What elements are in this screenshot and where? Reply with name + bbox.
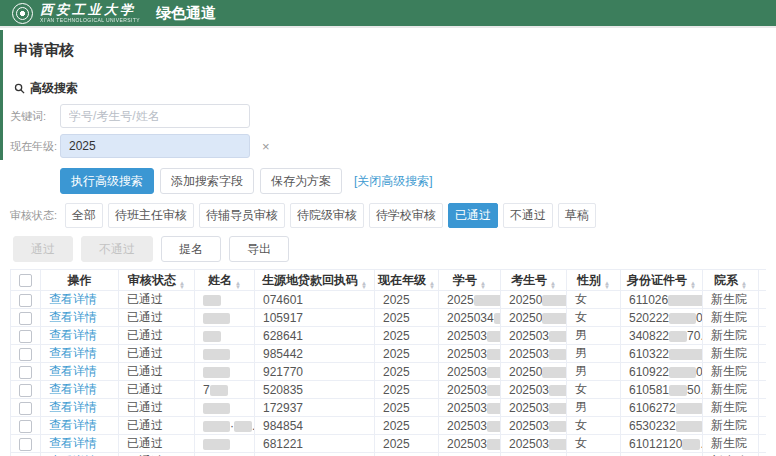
redacted-text: [549, 403, 566, 414]
row-checkbox[interactable]: [19, 294, 32, 307]
table-row: 查看详情已通过7520835202520250322025032女6105815…: [11, 381, 767, 399]
cell-id_card: 6530232...: [621, 417, 703, 435]
view-details-link[interactable]: 查看详情: [49, 400, 97, 414]
column-header-10[interactable]: 专业▲▼: [759, 270, 767, 291]
row-checkbox[interactable]: [19, 420, 32, 433]
sort-icon[interactable]: ▲▼: [690, 281, 696, 289]
sort-icon[interactable]: ▲▼: [741, 281, 747, 289]
cell-student_id: 20250353: [439, 327, 501, 345]
cell-gender: 女: [567, 381, 621, 399]
table-row: 查看详情已通过681221202520250332025038女61012120…: [11, 435, 767, 453]
redacted-text: [487, 331, 500, 342]
select-all-checkbox[interactable]: [19, 274, 32, 287]
status-filter-option-7[interactable]: 草稿: [558, 203, 596, 228]
view-details-link[interactable]: 查看详情: [49, 328, 97, 342]
status-filter-option-2[interactable]: 待辅导员审核: [199, 203, 285, 228]
cell-action: 查看详情: [41, 399, 119, 417]
row-checkbox[interactable]: [19, 366, 32, 379]
redacted-text: [203, 367, 230, 378]
column-header-6[interactable]: 考生号▲▼: [501, 270, 567, 291]
redacted-text: [669, 331, 687, 342]
row-checkbox-cell: [11, 345, 41, 363]
row-checkbox[interactable]: [19, 384, 32, 397]
cell-name: [195, 435, 255, 453]
page-title: 申请审核: [0, 28, 776, 66]
cell-college: 新生院: [703, 309, 759, 327]
results-table-scroll[interactable]: 操作审核状态▲▼姓名▲▼生源地贷款回执码▲▼现在年级▲▼学号▲▼考生号▲▼性别▲…: [10, 269, 766, 456]
cell-gender: 男: [567, 345, 621, 363]
cell-status: 已通过: [119, 417, 195, 435]
grade-input[interactable]: [60, 134, 250, 158]
sort-icon[interactable]: ▲▼: [480, 281, 486, 289]
row-checkbox[interactable]: [19, 348, 32, 361]
sort-icon[interactable]: ▲▼: [235, 281, 241, 289]
table-row: 查看详情已通过921770202520250325202505男6109220.…: [11, 363, 767, 381]
cell-student_id: 202503620: [439, 453, 501, 456]
reject-button[interactable]: 不通过: [81, 236, 153, 262]
cell-grade: 2025: [375, 435, 439, 453]
redacted-text: [549, 421, 566, 432]
cell-receipt: 681221: [255, 435, 375, 453]
sort-icon[interactable]: ▲▼: [604, 281, 610, 289]
row-checkbox[interactable]: [19, 438, 32, 451]
redacted-text: [549, 385, 566, 396]
redacted-text: [203, 349, 230, 360]
cell-major: 机械设计制造...: [759, 453, 767, 456]
column-label: 院系: [714, 273, 738, 287]
status-filter-option-3[interactable]: 待院级审核: [290, 203, 364, 228]
redacted-text: [203, 331, 221, 342]
view-details-link[interactable]: 查看详情: [49, 310, 97, 324]
cell-status: 已通过: [119, 381, 195, 399]
row-checkbox[interactable]: [19, 312, 32, 325]
column-header-4[interactable]: 现在年级▲▼: [375, 270, 439, 291]
column-header-8[interactable]: 身份证件号▲▼: [621, 270, 703, 291]
cell-receipt: 172937: [255, 399, 375, 417]
view-details-link[interactable]: 查看详情: [49, 436, 97, 450]
view-details-link[interactable]: 查看详情: [49, 382, 97, 396]
column-header-3[interactable]: 生源地贷款回执码▲▼: [255, 270, 375, 291]
cell-id_card: 6106272...: [621, 399, 703, 417]
table-row: 查看详情已通过0746012025202532025023女611026 ...…: [11, 291, 767, 309]
keyword-label: 关键词:: [10, 109, 60, 124]
view-details-link[interactable]: 查看详情: [49, 346, 97, 360]
column-header-1[interactable]: 审核状态▲▼: [119, 270, 195, 291]
clear-grade-icon[interactable]: ×: [262, 139, 270, 154]
cell-candidate_id: 20250304: [501, 417, 567, 435]
pass-button[interactable]: 通过: [13, 236, 73, 262]
status-filter-option-0[interactable]: 全部: [65, 203, 103, 228]
cell-action: 查看详情: [41, 453, 119, 456]
status-filter-option-5[interactable]: 已通过: [448, 203, 498, 228]
redacted-text: [203, 403, 230, 414]
view-details-link[interactable]: 查看详情: [49, 364, 97, 378]
execute-search-button[interactable]: 执行高级搜索: [60, 168, 154, 194]
view-details-link[interactable]: 查看详情: [49, 292, 97, 306]
sort-icon[interactable]: ▲▼: [429, 281, 435, 289]
cell-gender: 女: [567, 435, 621, 453]
sort-icon[interactable]: ▲▼: [550, 281, 556, 289]
close-advanced-search-link[interactable]: [关闭高级搜索]: [354, 173, 433, 190]
export-button[interactable]: 导出: [229, 236, 289, 262]
row-checkbox[interactable]: [19, 402, 32, 415]
column-header-5[interactable]: 学号▲▼: [439, 270, 501, 291]
row-checkbox[interactable]: [19, 330, 32, 343]
redacted-text: [676, 421, 703, 432]
redacted-text: [203, 439, 230, 450]
view-details-link[interactable]: 查看详情: [49, 418, 97, 432]
status-filter-option-4[interactable]: 待学校审核: [369, 203, 443, 228]
save-plan-button[interactable]: 保存为方案: [260, 168, 342, 194]
nominate-button[interactable]: 提名: [161, 236, 221, 262]
cell-grade: 2025: [375, 291, 439, 309]
header-checkbox-cell: [11, 270, 41, 291]
sort-icon[interactable]: ▲▼: [179, 281, 185, 289]
redacted-text: [549, 439, 566, 450]
cell-student_id: 2025033: [439, 435, 501, 453]
column-header-7[interactable]: 性别▲▼: [567, 270, 621, 291]
add-search-field-button[interactable]: 添加搜索字段: [160, 168, 254, 194]
keyword-input[interactable]: [60, 104, 250, 128]
status-filter-option-6[interactable]: 不通过: [503, 203, 553, 228]
column-header-9[interactable]: 院系▲▼: [703, 270, 759, 291]
sort-icon[interactable]: ▲▼: [361, 281, 367, 289]
left-accent-strip: [0, 30, 3, 160]
status-filter-option-1[interactable]: 待班主任审核: [108, 203, 194, 228]
column-header-2[interactable]: 姓名▲▼: [195, 270, 255, 291]
